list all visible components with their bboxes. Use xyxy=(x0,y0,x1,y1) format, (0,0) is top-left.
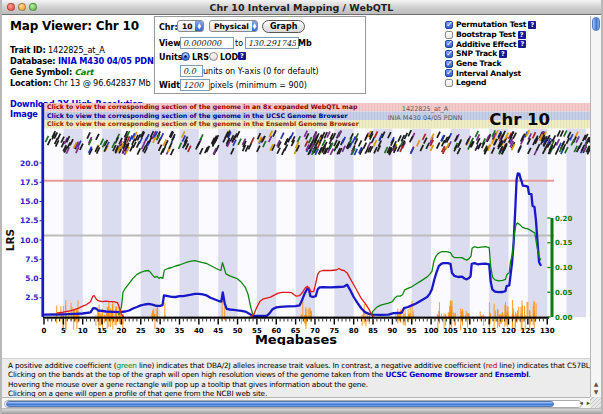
x-axis-tick-label: 30 xyxy=(155,327,165,335)
plot-stripe xyxy=(218,129,237,318)
info-icon[interactable]: ? xyxy=(518,40,526,48)
footer-line-1: A positive additive coefficient (green l… xyxy=(8,361,595,370)
checkbox-label: Bootstrap Test xyxy=(456,30,516,39)
checkbox[interactable] xyxy=(445,69,453,77)
checkbox-row-additive-effect[interactable]: Additive Effect? xyxy=(445,39,536,49)
chromosome-select-value: 10 xyxy=(182,22,192,31)
x-axis-tick-label: 100 xyxy=(424,327,439,335)
ucsc-link[interactable]: UCSC Genome Browser xyxy=(385,370,477,379)
database-link[interactable]: INIA M430 04/05 PDNN xyxy=(58,56,160,66)
y-axis-tick-label: 15.0 xyxy=(20,197,39,206)
horizontal-scrollbar-thumb[interactable] xyxy=(6,401,554,407)
y-axis-tick-label: 10.0 xyxy=(20,236,39,245)
checkbox-row-bootstrap-test[interactable]: Bootstrap Test? xyxy=(445,30,536,40)
right-axis-line xyxy=(551,218,554,317)
x-axis-tick-label: 25 xyxy=(136,327,146,335)
gene-symbol-value[interactable]: Cart xyxy=(75,67,94,77)
window-title: Chr 10 Interval Mapping / WebQTL xyxy=(2,2,601,13)
checkbox[interactable] xyxy=(445,31,453,39)
red-line-word: red xyxy=(486,361,498,370)
right-axis-tick-label: 0.20 xyxy=(555,215,572,223)
checkbox-row-legend[interactable]: Legend? xyxy=(445,78,536,88)
checkbox-label: Gene Track xyxy=(456,59,501,68)
window-titlebar[interactable]: Chr 10 Interval Mapping / WebQTL xyxy=(2,0,601,15)
horizontal-scrollbar-track[interactable] xyxy=(4,400,582,408)
horizontal-scrollbar[interactable]: ◂ ▸ xyxy=(2,397,594,408)
checkbox-row-interval-analyst[interactable]: Interval Analyst? xyxy=(445,68,536,78)
width-input[interactable] xyxy=(180,79,210,91)
checkbox[interactable] xyxy=(445,40,453,48)
map-type-select[interactable]: Physical ▲▼ xyxy=(209,20,258,32)
select-stepper-icon: ▲▼ xyxy=(252,21,257,31)
info-icon[interactable]: ? xyxy=(528,21,536,29)
overlay-trait-id: 1422825_at_A xyxy=(402,105,449,113)
x-axis-tick-label: 15 xyxy=(97,327,107,335)
band-label: Click to view the corresponding section … xyxy=(47,112,349,120)
plot-stripe xyxy=(141,129,160,318)
ensembl-link[interactable]: Ensembl xyxy=(495,370,529,379)
x-axis-tick-label: 20 xyxy=(117,327,127,335)
checkbox[interactable] xyxy=(445,60,453,68)
location-line: Location: Chr 13 @ 96.642837 Mb xyxy=(10,78,152,89)
x-axis-tick-label: 10 xyxy=(78,327,88,335)
right-axis-tick-label: 0.15 xyxy=(555,239,572,247)
info-icon[interactable]: ? xyxy=(518,31,526,39)
y-axis-line xyxy=(41,103,44,317)
plot-stripe xyxy=(450,129,469,318)
vertical-scrollbar[interactable]: ▲▼ xyxy=(590,16,601,397)
y-axis-title: LRS xyxy=(4,229,16,251)
resize-grip[interactable] xyxy=(590,397,601,408)
plot-stripe xyxy=(63,129,82,318)
x-axis-tick-label: 125 xyxy=(521,327,536,335)
checkbox-row-snp-track[interactable]: SNP Track? xyxy=(445,49,536,59)
checkbox[interactable] xyxy=(445,21,453,29)
right-axis-tick-label: 0.10 xyxy=(555,264,572,272)
info-icon[interactable]: ? xyxy=(238,52,246,60)
x-axis-tick-label: 0 xyxy=(42,327,47,335)
checkbox[interactable] xyxy=(445,79,453,87)
right-axis-tick-label: 0.00 xyxy=(555,314,572,322)
plot-stripe xyxy=(257,129,276,318)
footer-notes: A positive additive coefficient (green l… xyxy=(2,358,595,397)
checkbox-row-permutation-test[interactable]: Permutation Test? xyxy=(445,20,536,30)
x-axis-title: Megabases xyxy=(255,332,337,346)
y-axis-tick-label: 5.0 xyxy=(25,274,38,283)
gene-symbol-label: Gene Symbol: xyxy=(10,67,72,77)
checkbox-label: Additive Effect xyxy=(456,40,516,49)
x-axis-tick-label: 50 xyxy=(233,327,243,335)
view-from-input[interactable] xyxy=(180,37,234,49)
x-axis-tick-label: 95 xyxy=(407,327,417,335)
lrs-radio-label: LRS xyxy=(192,53,209,62)
page-title: Map Viewer: Chr 10 xyxy=(10,19,152,33)
info-icon[interactable]: ? xyxy=(499,50,507,58)
right-axis-tick-label: 0.05 xyxy=(555,289,572,297)
trait-id-line: Trait ID: 1422825_at_A xyxy=(10,45,152,56)
x-axis-tick-label: 45 xyxy=(213,327,223,335)
chromosome-select[interactable]: 10 ▲▼ xyxy=(177,20,204,32)
checkbox[interactable] xyxy=(445,50,453,58)
x-axis-tick-label: 85 xyxy=(368,327,378,335)
green-line-word: green xyxy=(116,361,136,370)
scroll-arrows-icon[interactable]: ▲▼ xyxy=(591,380,601,396)
interval-map-chart[interactable]: Click to view the corresponding section … xyxy=(2,100,603,345)
view-to-input[interactable] xyxy=(245,37,299,49)
x-axis-tick-label: 120 xyxy=(501,327,516,335)
y-axis-tick-label: 2.5 xyxy=(25,293,38,302)
lod-radio[interactable] xyxy=(209,52,218,61)
trait-id-value: 1422825_at_A xyxy=(48,45,105,55)
footer-line-2: Clicking on the bands at the top of the … xyxy=(8,370,595,379)
band-label: Click to view the corresponding section … xyxy=(47,103,358,111)
x-axis-tick-label: 130 xyxy=(540,327,555,335)
plot-stripe xyxy=(373,129,392,318)
yaxis-units-input[interactable] xyxy=(180,65,203,77)
trait-id-label: Trait ID: xyxy=(10,45,46,55)
checkbox-row-gene-track[interactable]: Gene Track? xyxy=(445,59,536,69)
plot-stripe xyxy=(412,129,431,318)
overlay-dataset: INIA M430 04/05 PDNN xyxy=(388,114,463,122)
plot-stripe xyxy=(102,129,121,318)
lrs-radio[interactable] xyxy=(181,52,190,61)
vertical-scrollbar-thumb[interactable] xyxy=(592,17,600,31)
chr-label: Chr: xyxy=(159,23,178,32)
mb-label: Mb xyxy=(298,39,312,48)
graph-button[interactable]: Graph xyxy=(262,20,305,33)
